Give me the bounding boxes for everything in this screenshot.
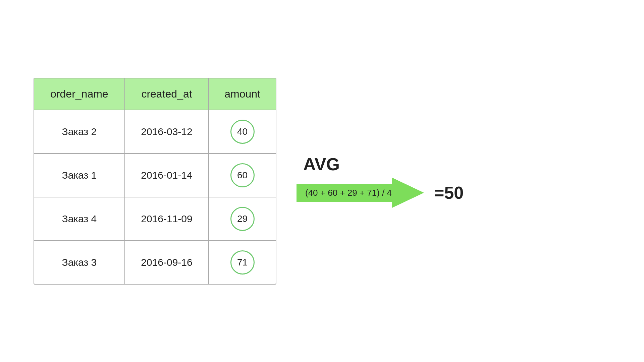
cell-created-at: 2016-01-14 (125, 154, 209, 197)
arrow-row: (40 + 60 + 29 + 71) / 4 =50 (297, 178, 464, 208)
table-row: Заказ 12016-01-1460 (34, 154, 276, 197)
col-header-created-at: created_at (125, 78, 209, 110)
arrow-shape: (40 + 60 + 29 + 71) / 4 (297, 178, 424, 208)
amount-circle: 71 (230, 250, 255, 275)
table-row: Заказ 42016-11-0929 (34, 197, 276, 241)
table-header-row: order_name created_at amount (34, 78, 276, 110)
amount-circle: 60 (230, 163, 255, 187)
cell-amount: 40 (209, 110, 276, 154)
cell-amount: 71 (209, 241, 276, 284)
cell-order-name: Заказ 1 (34, 154, 125, 197)
cell-created-at: 2016-03-12 (125, 110, 209, 154)
cell-amount: 29 (209, 197, 276, 241)
cell-order-name: Заказ 3 (34, 241, 125, 284)
avg-section: AVG (40 + 60 + 29 + 71) / 4 =50 (297, 154, 464, 208)
amount-circle: 29 (230, 207, 255, 231)
table-wrapper: order_name created_at amount Заказ 22016… (34, 78, 276, 285)
amount-circle: 40 (230, 120, 255, 144)
table-row: Заказ 22016-03-1240 (34, 110, 276, 154)
cell-created-at: 2016-09-16 (125, 241, 209, 284)
avg-label: AVG (303, 154, 340, 174)
table-row: Заказ 32016-09-1671 (34, 241, 276, 284)
cell-amount: 60 (209, 154, 276, 197)
arrow-container: (40 + 60 + 29 + 71) / 4 (297, 178, 424, 208)
col-header-order-name: order_name (34, 78, 125, 110)
orders-table: order_name created_at amount Заказ 22016… (34, 78, 276, 284)
table-body: Заказ 22016-03-1240Заказ 12016-01-1460За… (34, 110, 276, 284)
cell-order-name: Заказ 4 (34, 197, 125, 241)
result-text: =50 (434, 183, 464, 203)
main-container: order_name created_at amount Заказ 22016… (34, 78, 464, 285)
cell-created-at: 2016-11-09 (125, 197, 209, 241)
formula-text: (40 + 60 + 29 + 71) / 4 (302, 188, 398, 198)
cell-order-name: Заказ 2 (34, 110, 125, 154)
col-header-amount: amount (209, 78, 276, 110)
